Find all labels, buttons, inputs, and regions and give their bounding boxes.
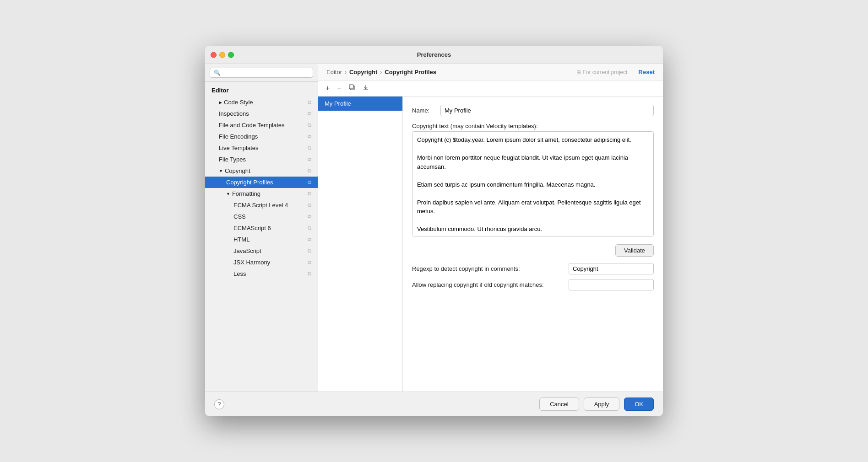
sidebar-item-label: File Types: [219, 156, 246, 163]
breadcrumb-copyright: Copyright: [349, 69, 377, 75]
sidebar-item-copyright-profiles[interactable]: Copyright Profiles ⧉: [205, 177, 318, 188]
copy-icon: ⧉: [308, 225, 311, 231]
bottom-bar: ? Cancel Apply OK: [205, 392, 663, 416]
close-button[interactable]: [211, 52, 217, 58]
sidebar-section-editor: Editor: [205, 84, 318, 97]
sidebar-tree: Editor ▶ Code Style ⧉ Inspections ⧉ File…: [205, 82, 318, 392]
sidebar-item-label: File and Code Templates: [219, 122, 285, 129]
copy-icon: ⧉: [308, 202, 311, 208]
traffic-lights: [211, 52, 234, 58]
add-button[interactable]: +: [324, 83, 331, 93]
sidebar-item-file-code-templates[interactable]: File and Code Templates ⧉: [205, 119, 318, 131]
sidebar-item-ecma-script[interactable]: ECMA Script Level 4 ⧉: [205, 199, 318, 211]
breadcrumb-sep2: ›: [380, 69, 382, 75]
remove-button[interactable]: −: [335, 83, 343, 93]
sidebar-item-label: ECMA Script Level 4: [233, 202, 288, 209]
sidebar-item-formatting[interactable]: ▼ Formatting ⧉: [205, 188, 318, 199]
copy-icon: ⧉: [308, 236, 311, 242]
cancel-button[interactable]: Cancel: [539, 398, 579, 411]
copy-icon: ⧉: [308, 191, 311, 197]
sidebar-item-label: Code Style: [224, 99, 253, 106]
sidebar-item-live-templates[interactable]: Live Templates ⧉: [205, 142, 318, 154]
sidebar-item-label: CSS: [233, 213, 246, 220]
sidebar-item-label: JavaScript: [233, 247, 261, 254]
sidebar-item-inspections[interactable]: Inspections ⧉: [205, 108, 318, 119]
sidebar-item-label: ECMAScript 6: [233, 225, 271, 231]
right-panel: Editor › Copyright › Copyright Profiles …: [318, 64, 663, 392]
regexp-label: Regexp to detect copyright in comments:: [412, 265, 563, 272]
ok-button[interactable]: OK: [624, 398, 654, 411]
main-content: 🔍 Editor ▶ Code Style ⧉ Inspections ⧉: [205, 64, 663, 392]
search-wrapper[interactable]: 🔍: [210, 68, 313, 78]
breadcrumb-copyright-profiles: Copyright Profiles: [385, 69, 436, 75]
project-icon: ⊞: [576, 69, 581, 75]
copy-icon: ⧉: [308, 214, 311, 220]
breadcrumb-editor: Editor: [326, 69, 342, 75]
allow-replace-label: Allow replacing copyright if old copyrig…: [412, 281, 563, 288]
copy-icon: [349, 84, 355, 91]
search-icon: 🔍: [214, 70, 221, 76]
copy-icon: ⧉: [308, 134, 311, 140]
preferences-window: Preferences 🔍 Editor ▶ Code Style ⧉: [205, 46, 663, 416]
copy-icon: ⧉: [308, 271, 311, 277]
sidebar-item-css[interactable]: CSS ⧉: [205, 211, 318, 222]
profile-item-my-profile[interactable]: My Profile: [318, 97, 402, 111]
sidebar-item-label: Copyright: [225, 167, 250, 174]
copy-icon: ⧉: [308, 156, 311, 162]
sidebar-item-javascript[interactable]: JavaScript ⧉: [205, 245, 318, 257]
copy-icon: ⧉: [308, 248, 311, 254]
sidebar-item-label: Formatting: [232, 190, 260, 197]
copy-icon: ⧉: [308, 179, 311, 185]
sidebar-item-copyright[interactable]: ▼ Copyright ⧉: [205, 165, 318, 177]
copy-button[interactable]: [347, 83, 357, 93]
regexp-input[interactable]: [569, 263, 654, 274]
titlebar: Preferences: [205, 46, 663, 64]
copyright-textarea[interactable]: Copyright (c) $today.year. Lorem ipsum d…: [412, 131, 654, 236]
sidebar-item-jsx-harmony[interactable]: JSX Harmony ⧉: [205, 257, 318, 268]
validate-button[interactable]: Validate: [615, 244, 654, 257]
import-button[interactable]: [361, 83, 371, 93]
copy-icon: ⧉: [308, 122, 311, 128]
formatting-arrow: ▼: [226, 192, 230, 196]
import-icon: [363, 84, 369, 91]
reset-button[interactable]: Reset: [639, 69, 655, 75]
sidebar-item-label: HTML: [233, 236, 250, 243]
copy-icon: ⧉: [308, 111, 311, 117]
copy-icon: ⧉: [308, 168, 311, 174]
sidebar-item-code-style[interactable]: ▶ Code Style ⧉: [205, 97, 318, 108]
sidebar-item-label: File Encodings: [219, 133, 258, 140]
regexp-row: Regexp to detect copyright in comments:: [412, 263, 654, 274]
split-area: My Profile Name: Copyright text (may con…: [318, 97, 663, 392]
breadcrumb-sep1: ›: [345, 69, 347, 75]
allow-replace-row: Allow replacing copyright if old copyrig…: [412, 279, 654, 290]
sidebar: 🔍 Editor ▶ Code Style ⧉ Inspections ⧉: [205, 64, 318, 392]
sidebar-item-label: Less: [233, 270, 246, 277]
for-current-project: ⊞ For current project: [576, 69, 628, 75]
profile-list: My Profile: [318, 97, 403, 392]
minimize-button[interactable]: [219, 52, 225, 58]
maximize-button[interactable]: [228, 52, 234, 58]
search-input[interactable]: [223, 70, 309, 76]
sidebar-item-ecmascript6[interactable]: ECMAScript 6 ⧉: [205, 222, 318, 234]
copy-icon: ⧉: [308, 259, 311, 265]
validate-row: Validate: [412, 244, 654, 257]
name-label: Name:: [412, 107, 435, 114]
sidebar-item-label: Inspections: [219, 110, 249, 117]
detail-panel: Name: Copyright text (may contain Veloci…: [403, 97, 663, 392]
toolbar: + −: [318, 81, 663, 97]
sidebar-item-label: Live Templates: [219, 145, 258, 151]
name-input[interactable]: [440, 105, 654, 116]
copy-icon: ⧉: [308, 99, 311, 105]
sidebar-item-less[interactable]: Less ⧉: [205, 268, 318, 279]
window-title: Preferences: [417, 51, 451, 58]
code-style-arrow: ▶: [219, 100, 222, 105]
sidebar-item-html[interactable]: HTML ⧉: [205, 234, 318, 245]
apply-button[interactable]: Apply: [584, 398, 620, 411]
search-bar: 🔍: [205, 64, 318, 82]
form-grid: Regexp to detect copyright in comments: …: [412, 263, 654, 290]
help-button[interactable]: ?: [214, 399, 224, 409]
breadcrumb: Editor › Copyright › Copyright Profiles …: [318, 64, 663, 81]
allow-replace-input[interactable]: [569, 279, 654, 290]
sidebar-item-file-encodings[interactable]: File Encodings ⧉: [205, 131, 318, 142]
sidebar-item-file-types[interactable]: File Types ⧉: [205, 154, 318, 165]
